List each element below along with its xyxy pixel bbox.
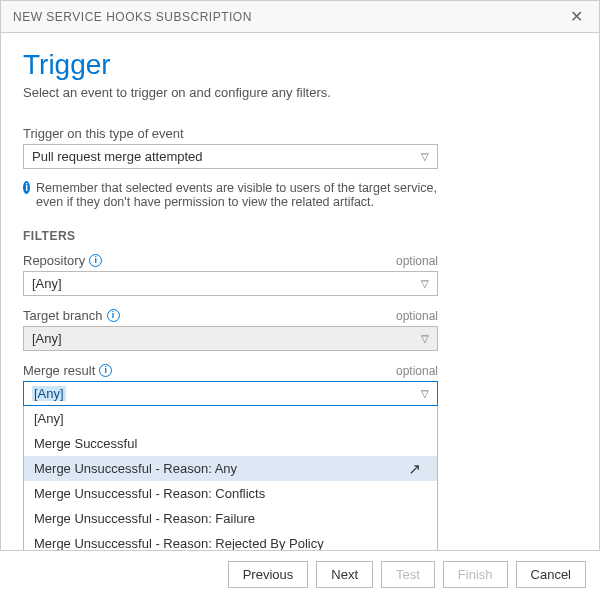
repository-label: Repository (23, 253, 85, 268)
repository-select[interactable]: [Any] ▽ (23, 271, 438, 296)
merge-option[interactable]: [Any] (24, 406, 437, 431)
optional-tag: optional (396, 254, 438, 268)
titlebar: NEW SERVICE HOOKS SUBSCRIPTION ✕ (1, 1, 599, 33)
cancel-button[interactable]: Cancel (516, 561, 586, 588)
event-value: Pull request merge attempted (32, 149, 203, 164)
test-button: Test (381, 561, 435, 588)
cursor-icon: ↖ (408, 460, 421, 478)
event-label: Trigger on this type of event (23, 126, 438, 141)
optional-tag: optional (396, 364, 438, 378)
branch-label: Target branch (23, 308, 103, 323)
next-button[interactable]: Next (316, 561, 373, 588)
merge-select[interactable]: [Any] ▽ (23, 381, 438, 406)
optional-tag: optional (396, 309, 438, 323)
previous-button[interactable]: Previous (228, 561, 309, 588)
chevron-down-icon: ▽ (421, 278, 429, 289)
page-title: Trigger (23, 49, 577, 81)
repository-value: [Any] (32, 276, 62, 291)
merge-value: [Any] (32, 386, 66, 401)
filters-heading: FILTERS (23, 229, 577, 243)
dialog-content: Trigger Select an event to trigger on an… (1, 33, 599, 557)
chevron-down-icon: ▽ (421, 151, 429, 162)
event-select[interactable]: Pull request merge attempted ▽ (23, 144, 438, 169)
branch-select[interactable]: [Any] ▽ (23, 326, 438, 351)
merge-label: Merge result (23, 363, 95, 378)
chevron-down-icon: ▽ (421, 333, 429, 344)
dialog-footer: Previous Next Test Finish Cancel (0, 550, 600, 598)
close-icon[interactable]: ✕ (566, 7, 587, 26)
info-icon[interactable]: i (107, 309, 120, 322)
chevron-down-icon: ▽ (421, 388, 429, 399)
branch-value: [Any] (32, 331, 62, 346)
info-icon: i (23, 181, 30, 194)
merge-option[interactable]: Merge Unsuccessful - Reason: Conflicts (24, 481, 437, 506)
page-subtitle: Select an event to trigger on and config… (23, 85, 577, 100)
finish-button: Finish (443, 561, 508, 588)
merge-option[interactable]: Merge Successful (24, 431, 437, 456)
info-note: i Remember that selected events are visi… (23, 181, 438, 209)
merge-option[interactable]: Merge Unsuccessful - Reason: Any↖ (24, 456, 437, 481)
merge-option[interactable]: Merge Unsuccessful - Reason: Failure (24, 506, 437, 531)
merge-dropdown: [Any]Merge SuccessfulMerge Unsuccessful … (23, 406, 438, 557)
dialog-title: NEW SERVICE HOOKS SUBSCRIPTION (13, 10, 252, 24)
info-icon[interactable]: i (99, 364, 112, 377)
info-icon[interactable]: i (89, 254, 102, 267)
